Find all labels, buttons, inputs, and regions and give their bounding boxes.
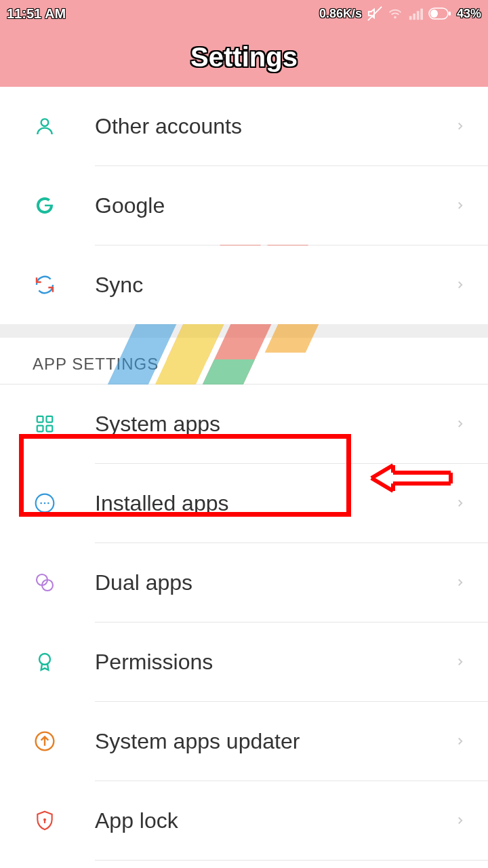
row-system-apps[interactable]: System apps	[0, 384, 488, 463]
row-label: Google	[95, 193, 454, 218]
svg-point-20	[40, 502, 42, 505]
svg-rect-8	[413, 14, 415, 20]
status-battery-percent: 43%	[457, 7, 481, 21]
chevron-right-icon	[454, 497, 466, 509]
row-app-lock[interactable]: App lock	[0, 781, 488, 860]
chevron-right-icon	[454, 418, 466, 430]
accounts-section: Other accounts Google Sync	[0, 87, 488, 324]
row-label: Permissions	[95, 650, 454, 675]
row-label: Installed apps	[95, 491, 454, 516]
svg-rect-7	[409, 16, 412, 20]
mute-icon	[367, 6, 382, 21]
dual-circles-icon	[33, 570, 57, 595]
row-label: Sync	[95, 273, 454, 298]
svg-rect-18	[47, 426, 53, 432]
section-gap	[0, 324, 488, 338]
status-time: 11:51 AM	[7, 6, 66, 22]
row-google[interactable]: Google	[0, 166, 488, 245]
svg-rect-16	[47, 416, 53, 422]
chevron-right-icon	[454, 656, 466, 668]
row-installed-apps[interactable]: Installed apps	[0, 464, 488, 542]
sync-icon	[33, 273, 57, 297]
chevron-right-icon	[454, 279, 466, 291]
app-settings-section: APP SETTINGS System apps Installed apps	[0, 338, 488, 868]
row-permissions[interactable]: Permissions	[0, 623, 488, 701]
row-label: System apps updater	[95, 729, 454, 754]
person-icon	[33, 114, 57, 138]
svg-point-21	[44, 502, 46, 505]
partial-icon	[33, 862, 57, 868]
svg-rect-10	[420, 9, 423, 20]
svg-rect-15	[37, 416, 43, 422]
signal-icon	[408, 6, 423, 21]
google-icon	[33, 193, 57, 218]
row-sync[interactable]: Sync	[0, 245, 488, 324]
chevron-right-icon	[454, 576, 466, 589]
svg-rect-13	[449, 12, 451, 16]
chevron-right-icon	[454, 735, 466, 747]
svg-rect-17	[37, 426, 43, 432]
row-label: Dual apps	[95, 570, 454, 595]
shield-lock-icon	[33, 808, 57, 833]
upload-icon	[33, 729, 57, 753]
svg-rect-12	[430, 9, 438, 18]
row-other-accounts[interactable]: Other accounts	[0, 87, 488, 165]
status-network-speed: 0.86K/s	[319, 7, 362, 21]
row-system-apps-updater[interactable]: System apps updater	[0, 702, 488, 781]
badge-icon	[33, 650, 57, 674]
content: Other accounts Google Sync	[0, 87, 488, 868]
svg-point-14	[41, 119, 49, 126]
grid-icon	[33, 412, 57, 436]
row-label: Other accounts	[95, 114, 454, 139]
row-label: App lock	[95, 808, 454, 833]
chevron-right-icon	[454, 199, 466, 212]
svg-rect-9	[417, 11, 420, 20]
page-title: Settings	[190, 42, 298, 73]
chevron-right-icon	[454, 814, 466, 827]
ellipsis-circle-icon	[33, 491, 57, 515]
battery-icon	[428, 7, 451, 20]
svg-point-25	[39, 654, 50, 665]
section-header-apps: APP SETTINGS	[0, 338, 488, 384]
row-label: System apps	[95, 412, 454, 437]
status-bar: 11:51 AM 0.86K/s 43%	[0, 0, 488, 27]
row-dual-apps[interactable]: Dual apps	[0, 543, 488, 622]
svg-point-22	[47, 502, 49, 505]
page-header: Settings	[0, 27, 488, 87]
chevron-right-icon	[454, 120, 466, 132]
row-partial[interactable]	[0, 861, 488, 868]
wifi-icon	[388, 6, 403, 21]
